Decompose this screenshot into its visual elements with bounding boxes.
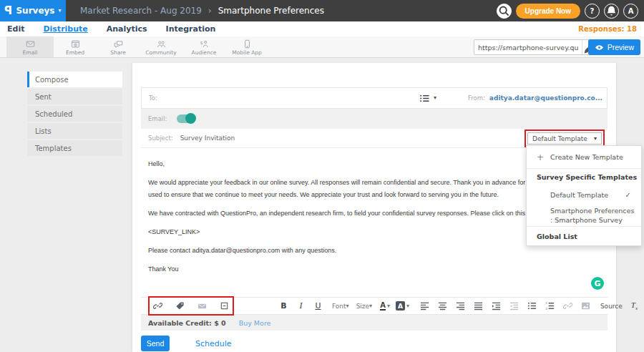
insert-image-button[interactable] xyxy=(580,300,591,311)
email-toggle[interactable] xyxy=(177,114,195,123)
bullet-list-button[interactable] xyxy=(527,300,537,311)
text-style-group: B I U xyxy=(278,300,323,311)
create-new-template-item[interactable]: + Create New Template xyxy=(527,146,641,169)
nav-distribute[interactable]: Distribute xyxy=(43,24,87,34)
template-option-line2: : Smartphone Survey xyxy=(550,215,623,225)
channel-email[interactable]: Email xyxy=(6,36,54,57)
template-option-line1: Smartphone Preferences xyxy=(550,206,634,215)
align-center-button[interactable] xyxy=(437,300,448,311)
indent-button[interactable] xyxy=(491,300,502,311)
section-global-list: Global List xyxy=(527,227,641,245)
recipient-list-button[interactable]: ▾ xyxy=(419,94,436,103)
italic-button[interactable]: I xyxy=(296,300,306,311)
channel-audience[interactable]: $ Audience xyxy=(182,36,225,57)
indent-icon xyxy=(492,301,501,311)
subject-input[interactable]: Survey Invitation xyxy=(180,135,235,142)
channel-community[interactable]: Community xyxy=(140,36,182,57)
share-icon xyxy=(114,39,123,49)
remove-format-x: x xyxy=(635,305,638,311)
grammarly-badge[interactable]: G xyxy=(591,277,604,290)
channel-label: Mobile App xyxy=(232,49,262,56)
font-size-label: Size xyxy=(356,303,369,310)
template-option-default[interactable]: Default Template ✓ xyxy=(527,185,641,205)
channel-embed[interactable]: Embed xyxy=(54,36,97,57)
buy-more-link[interactable]: Buy More xyxy=(239,319,271,327)
from-label: From: xyxy=(468,94,485,102)
numbered-list-button[interactable]: 12 xyxy=(545,300,555,311)
hyperlink-button[interactable] xyxy=(562,300,573,311)
breadcrumb: Market Research - Aug 2019 › Smartphone … xyxy=(80,6,324,16)
channel-label: Share xyxy=(110,49,126,56)
avatar[interactable]: A xyxy=(623,4,638,19)
envelope-card-icon xyxy=(197,301,207,311)
outdent-button[interactable] xyxy=(509,300,519,311)
top-actions: Upgrade Now ? A xyxy=(497,4,638,19)
channel-mobile-app[interactable]: Mobile App xyxy=(225,36,268,57)
responses-count[interactable]: Responses: 18 xyxy=(578,25,637,33)
remove-format-button[interactable]: Tx xyxy=(631,300,638,311)
sidebar-item-templates[interactable]: Templates xyxy=(27,140,122,156)
sidebar-item-scheduled[interactable]: Scheduled xyxy=(27,106,122,122)
nav-analytics[interactable]: Analytics xyxy=(107,24,147,34)
to-field-row[interactable]: To: ▾ From: aditya.datar@questionpro.co.… xyxy=(141,87,608,109)
align-center-icon xyxy=(438,301,447,311)
from-group: From: aditya.datar@questionpro.co... xyxy=(468,94,602,102)
insert-tag-button[interactable] xyxy=(175,300,185,311)
template-option-smartphone-survey[interactable]: Smartphone Preferences : Smartphone Surv… xyxy=(527,205,641,227)
numbered-list-icon: 12 xyxy=(545,301,555,311)
template-option-label: Default Template xyxy=(550,191,608,199)
from-email[interactable]: aditya.datar@questionpro.co... xyxy=(489,94,602,102)
text-color-dropdown[interactable]: A ▾ xyxy=(380,301,390,311)
chevron-down-icon: ▾ xyxy=(346,303,349,309)
chevron-down-icon: ▾ xyxy=(434,95,436,101)
custom-insert-group xyxy=(152,300,230,311)
align-right-button[interactable] xyxy=(455,300,466,311)
channel-label: Embed xyxy=(66,49,84,56)
nav-edit[interactable]: Edit xyxy=(7,24,24,34)
source-button[interactable]: Source xyxy=(598,303,623,310)
email-toggle-row: Email: xyxy=(141,109,608,129)
chevron-down-icon: ▾ xyxy=(387,303,390,309)
embed-frame-button[interactable] xyxy=(219,300,230,311)
search-button[interactable] xyxy=(497,4,512,19)
template-select[interactable]: Default Template ▾ xyxy=(527,132,602,145)
sidebar-item-sent[interactable]: Sent xyxy=(27,89,122,104)
sidebar-item-compose[interactable]: Compose xyxy=(27,72,122,87)
sidebar-item-lists[interactable]: Lists xyxy=(27,123,122,139)
channel-share[interactable]: Share xyxy=(97,36,140,57)
breadcrumb-parent[interactable]: Market Research - Aug 2019 xyxy=(80,6,202,16)
align-left-button[interactable] xyxy=(419,300,430,311)
breadcrumb-separator-icon: › xyxy=(208,6,212,16)
product-label: Surveys xyxy=(16,6,54,16)
send-button[interactable]: Send xyxy=(141,336,170,351)
frame-dash-icon xyxy=(220,301,229,311)
help-button[interactable]: ? xyxy=(585,4,600,19)
bold-button[interactable]: B xyxy=(278,300,289,311)
surveys-menu[interactable]: P Surveys ▾ xyxy=(0,0,66,21)
preview-label: Preview xyxy=(608,43,634,52)
font-family-dropdown[interactable]: Font ▾ xyxy=(332,303,349,310)
background-color-dropdown[interactable]: A ▾ xyxy=(396,301,409,311)
nav-integration[interactable]: Integration xyxy=(166,24,216,34)
font-size-dropdown[interactable]: Size ▾ xyxy=(356,303,373,310)
bullet-list-icon xyxy=(527,301,537,311)
underline-button[interactable]: U xyxy=(313,300,323,311)
align-left-icon xyxy=(420,301,429,311)
upgrade-now-button[interactable]: Upgrade Now xyxy=(516,4,580,19)
schedule-link[interactable]: Schedule xyxy=(195,339,232,348)
notifications-button[interactable] xyxy=(604,4,619,19)
chevron-down-icon: ▾ xyxy=(406,303,409,309)
subject-label: Subject: xyxy=(148,135,173,142)
svg-text:2: 2 xyxy=(545,307,547,311)
plus-icon: + xyxy=(537,152,544,162)
link-icon xyxy=(563,301,572,311)
search-icon xyxy=(497,4,511,18)
preview-button[interactable]: Preview xyxy=(588,39,640,55)
email-footer-button[interactable] xyxy=(197,300,208,311)
survey-url-input[interactable] xyxy=(474,44,582,52)
insert-survey-link-button[interactable] xyxy=(152,300,163,311)
justify-button[interactable] xyxy=(473,300,484,311)
body-line: Please contact aditya.datar@questionpro.… xyxy=(148,245,605,257)
justify-icon xyxy=(474,301,483,311)
distribute-channel-bar: Email Embed Share Community $ Audience M… xyxy=(0,36,644,58)
